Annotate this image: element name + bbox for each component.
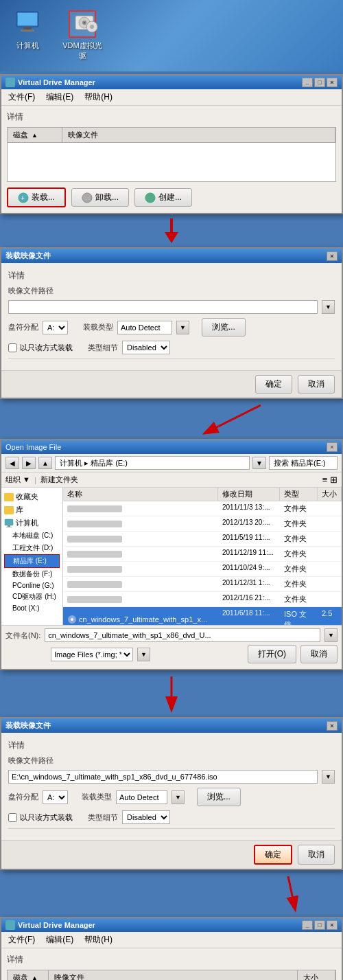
- type-2: 文件夹: [280, 518, 318, 529]
- file-row-1[interactable]: 2011/11/3 13:... 文件夹: [63, 501, 342, 516]
- detail-node-select[interactable]: Disabled: [122, 341, 170, 354]
- new-folder-btn[interactable]: 新建文件夹: [40, 475, 78, 485]
- path-input[interactable]: [8, 300, 318, 314]
- menu-file[interactable]: 文件(F): [5, 91, 38, 104]
- computer-desktop-icon[interactable]: 计算机: [7, 10, 48, 51]
- file-row-5[interactable]: 2011/10/24 9:... 文件夹: [63, 562, 342, 577]
- sidebar-e-drive[interactable]: 精品库 (E:): [4, 554, 60, 568]
- sidebar-library[interactable]: 库: [4, 503, 60, 516]
- sidebar-d-drive[interactable]: 工程文件 (D:): [4, 542, 60, 554]
- arrow1: [0, 217, 343, 244]
- vdm-final-close[interactable]: ×: [327, 920, 338, 930]
- col-size[interactable]: 大小: [318, 488, 342, 501]
- close-button[interactable]: ×: [327, 78, 338, 87]
- vdm-final-restore[interactable]: □: [314, 920, 325, 930]
- dialog1-close-btn[interactable]: ×: [327, 251, 338, 261]
- file-row-3[interactable]: 2011/5/19 11:... 文件夹: [63, 532, 342, 547]
- filetype-select[interactable]: Image Files (*.img; *.it...: [51, 648, 133, 661]
- svg-line-16: [206, 405, 261, 433]
- vdm-final-menu: 文件(F) 编辑(E) 帮助(H): [1, 932, 342, 948]
- forward-btn[interactable]: ▶: [22, 457, 36, 469]
- menu-edit[interactable]: 编辑(E): [43, 91, 76, 104]
- vdm-desktop-icon[interactable]: VDM虚拟光驱: [62, 10, 103, 61]
- up-btn[interactable]: ▲: [38, 457, 52, 469]
- minimize-button[interactable]: _: [302, 78, 313, 87]
- sidebar-f-drive[interactable]: 数据备份 (F:): [4, 568, 60, 580]
- vdm-btn-row: + 装载... 卸载... 创建...: [7, 187, 336, 207]
- sidebar-x-drive[interactable]: Boot (X:): [4, 603, 60, 613]
- dialog2-path-input[interactable]: [8, 770, 318, 784]
- path-dropdown-btn[interactable]: ▼: [252, 457, 266, 469]
- vdm-final-title: Virtual Drive Manager: [18, 921, 95, 929]
- dialog2-type-dropdown[interactable]: ▼: [172, 790, 185, 804]
- date-6: 2011/12/31 1:...: [218, 578, 280, 590]
- path-dropdown-btn[interactable]: ▼: [322, 300, 335, 314]
- file-row-4[interactable]: 2011/12/19 11:... 文件夹: [63, 547, 342, 562]
- date-3: 2011/5/19 11:...: [218, 533, 280, 545]
- view-icons[interactable]: ≡ ⊞: [322, 475, 338, 485]
- arrow2-container: [0, 402, 343, 436]
- back-btn[interactable]: ◀: [5, 457, 19, 469]
- file-row-7[interactable]: 2012/1/16 21:... 文件夹: [63, 592, 342, 607]
- title-bar-left: Virtual Drive Manager: [5, 78, 95, 87]
- file-dialog-title-btns: ×: [327, 442, 338, 452]
- vdm-final-menu-help[interactable]: 帮助(H): [82, 933, 115, 946]
- maximize-button[interactable]: □: [314, 78, 325, 87]
- file-row-6[interactable]: 2011/12/31 1:... 文件夹: [63, 577, 342, 592]
- load-button[interactable]: + 装载...: [7, 187, 66, 207]
- dialog1-cancel-btn[interactable]: 取消: [298, 375, 335, 394]
- sidebar-computer[interactable]: 计算机: [4, 516, 60, 529]
- dialog2-readonly-checkbox[interactable]: [8, 813, 17, 822]
- create-button[interactable]: 创建...: [134, 188, 192, 207]
- drive-select[interactable]: A:: [43, 321, 68, 334]
- search-box[interactable]: 搜索 精品库(E:): [269, 456, 338, 470]
- size-1: [318, 503, 342, 514]
- col-drive: 磁盘 ▲: [8, 128, 62, 142]
- dialog1-ok-btn[interactable]: 确定: [255, 375, 292, 394]
- vdm-final-menu-edit[interactable]: 编辑(E): [43, 933, 76, 946]
- dialog2-ok-btn[interactable]: 确定: [254, 845, 292, 865]
- create-icon: [145, 192, 156, 203]
- final-col-drive: 磁盘 ▲: [8, 970, 49, 980]
- file-cancel-btn[interactable]: 取消: [300, 645, 338, 663]
- size-2: [318, 518, 342, 529]
- dialog2-drive-select[interactable]: A:: [43, 790, 68, 804]
- vdm-final-minimize[interactable]: _: [302, 920, 313, 930]
- readonly-checkbox[interactable]: [8, 343, 17, 352]
- dialog2-btn-row: 确定 取消: [1, 840, 342, 869]
- menu-help[interactable]: 帮助(H): [82, 91, 115, 104]
- sidebar-c-drive[interactable]: 本地磁盘 (C:): [4, 529, 60, 542]
- filetype-dropdown[interactable]: ▼: [137, 648, 150, 661]
- sidebar-h-drive[interactable]: CD驱动器 (H:): [4, 591, 60, 603]
- dialog2-path-dropdown[interactable]: ▼: [322, 770, 335, 784]
- dialog1-btn-row: 确定 取消: [1, 370, 342, 398]
- date-2: 2012/1/13 20:...: [218, 518, 280, 529]
- dialog2-path-label: 映像文件路径: [8, 755, 54, 766]
- arrow3-container: [0, 673, 343, 714]
- dialog1-title: 装载映像文件: [5, 251, 51, 261]
- dialog2-cancel-btn[interactable]: 取消: [298, 845, 335, 865]
- col-type[interactable]: 类型: [280, 488, 318, 501]
- dialog2-browse-btn[interactable]: 浏览...: [197, 788, 241, 806]
- svg-rect-19: [6, 527, 12, 527]
- dialog2-close-btn[interactable]: ×: [327, 721, 338, 731]
- browse-button1[interactable]: 浏览...: [202, 318, 246, 337]
- group-label[interactable]: 组织 ▼: [5, 475, 30, 485]
- type-dropdown-btn[interactable]: ▼: [176, 321, 189, 334]
- file-bottom: 文件名(N): ▼ Image Files (*.img; *.it... ▼ …: [1, 625, 342, 669]
- file-dialog-close-btn[interactable]: ×: [327, 442, 338, 452]
- vdm-final-menu-file[interactable]: 文件(F): [5, 933, 38, 946]
- dialog2-path-label-row: 映像文件路径: [8, 755, 335, 766]
- file-row-2[interactable]: 2012/1/13 20:... 文件夹: [63, 516, 342, 532]
- unload-button[interactable]: 卸载...: [71, 188, 129, 207]
- filename-dropdown[interactable]: ▼: [324, 628, 338, 642]
- sidebar-favorites[interactable]: 收藏夹: [4, 490, 60, 503]
- file-row-8[interactable]: cn_windows_7_ultimate_with_sp1_x... 2011…: [63, 607, 342, 625]
- col-name[interactable]: 名称: [63, 488, 218, 501]
- size-7: [318, 593, 342, 605]
- dialog2-detail-node-select[interactable]: Disabled: [122, 810, 170, 824]
- open-button[interactable]: 打开(O): [248, 645, 296, 663]
- filename-input[interactable]: [45, 628, 320, 642]
- col-date[interactable]: 修改日期: [218, 488, 280, 501]
- sidebar-g-drive[interactable]: PConline (G:): [4, 580, 60, 591]
